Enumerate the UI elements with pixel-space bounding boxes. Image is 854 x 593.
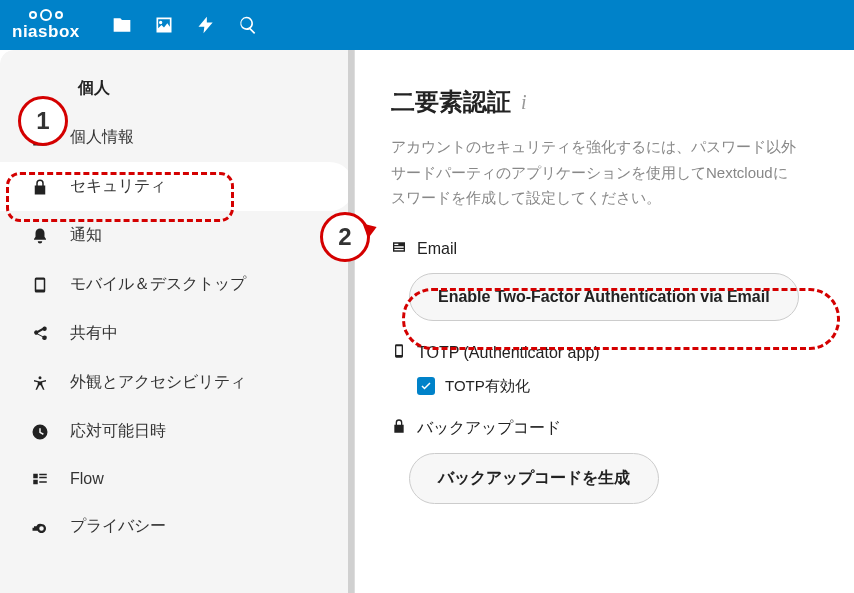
sidebar-item-label: Flow [70, 470, 104, 488]
sidebar-item-label: モバイル＆デスクトップ [70, 274, 246, 295]
brand-logo[interactable]: niasbox [12, 11, 80, 40]
annotation-circle-1: 1 [18, 96, 68, 146]
page-title: 二要素認証 [391, 86, 511, 118]
sidebar-item-label: 共有中 [70, 323, 118, 344]
top-bar: niasbox [0, 0, 854, 50]
phone-icon [30, 276, 50, 294]
sidebar-item-appearance[interactable]: 外観とアクセシビリティ [0, 358, 354, 407]
brand-name: niasbox [12, 23, 80, 40]
sidebar-item-flow[interactable]: Flow [0, 456, 354, 502]
sidebar-item-availability[interactable]: 応対可能日時 [0, 407, 354, 456]
accessibility-icon [30, 374, 50, 392]
activity-icon[interactable] [196, 15, 216, 35]
device-icon [391, 343, 407, 363]
brand-cloud-icon [29, 11, 63, 21]
sidebar-item-mobile-desktop[interactable]: モバイル＆デスクトップ [0, 260, 354, 309]
flow-icon [30, 470, 50, 488]
clock-icon [30, 423, 50, 441]
totp-checkbox-label: TOTP有効化 [445, 377, 530, 396]
files-icon[interactable] [112, 15, 132, 35]
sidebar-item-notifications[interactable]: 通知 [0, 211, 354, 260]
sidebar-item-sharing[interactable]: 共有中 [0, 309, 354, 358]
sidebar-item-label: プライバシー [70, 516, 166, 537]
sidebar-item-privacy[interactable]: プライバシー [0, 502, 354, 551]
lock-icon [391, 418, 407, 438]
enable-email-2fa-button[interactable]: Enable Two-Factor Authentication via Ema… [409, 273, 799, 321]
lock-icon [30, 178, 50, 196]
checkbox-checked-icon [417, 377, 435, 395]
sidebar-item-label: 外観とアクセシビリティ [70, 372, 246, 393]
sidebar-item-security[interactable]: セキュリティ [0, 162, 354, 211]
page-description: アカウントのセキュリティを強化するには、パスワード以外 サードパーティのアプリケ… [391, 134, 854, 211]
sidebar-item-label: 応対可能日時 [70, 421, 166, 442]
backup-title: バックアップコード [417, 418, 561, 439]
sidebar-item-label: セキュリティ [70, 176, 166, 197]
backup-code-section: バックアップコード バックアップコードを生成 [391, 418, 854, 504]
email-card-icon [391, 239, 407, 259]
generate-backup-code-button[interactable]: バックアップコードを生成 [409, 453, 659, 504]
bell-icon [30, 227, 50, 245]
totp-title: TOTP (Authenticator app) [417, 344, 600, 362]
sidebar-item-label: 通知 [70, 225, 102, 246]
twofactor-email-section: Email Enable Two-Factor Authentication v… [391, 239, 854, 321]
main-content: 二要素認証 i アカウントのセキュリティを強化するには、パスワード以外 サードパ… [355, 50, 854, 593]
sidebar-item-label: 個人情報 [70, 127, 134, 148]
twofactor-totp-section: TOTP (Authenticator app) TOTP有効化 [391, 343, 854, 396]
annotation-circle-2: 2 [320, 212, 370, 262]
search-icon[interactable] [238, 15, 258, 35]
email-title: Email [417, 240, 457, 258]
photos-icon[interactable] [154, 15, 174, 35]
totp-enable-checkbox[interactable]: TOTP有効化 [417, 377, 854, 396]
key-icon [30, 518, 50, 536]
info-icon[interactable]: i [521, 91, 527, 114]
share-icon [30, 325, 50, 343]
